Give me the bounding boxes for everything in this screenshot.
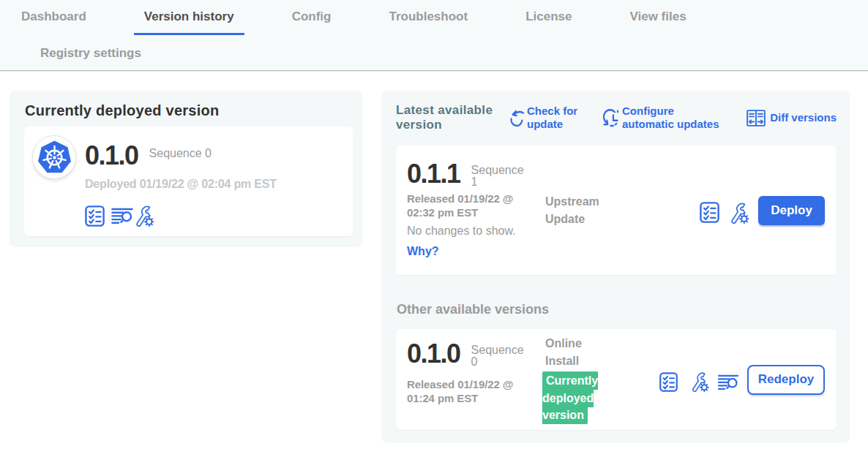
latest-sequence-label: Sequence 1	[471, 165, 530, 188]
other-sequence-label: Sequence 0	[471, 344, 530, 368]
version-actions-icons	[85, 205, 277, 227]
preflight-checks-icon[interactable]	[700, 201, 719, 224]
check-for-update-label: Check for update	[527, 105, 582, 131]
source-column: Online Install Currently deployed versio…	[545, 335, 633, 424]
app-logo	[32, 135, 76, 179]
source-column: Upstream Update	[545, 193, 633, 228]
version-info-column: 0.1.0 Sequence 0 Released 01/19/22 @ 01:…	[407, 329, 545, 430]
other-version-card: 0.1.0 Sequence 0 Released 01/19/22 @ 01:…	[396, 329, 837, 430]
no-changes-text: No changes to show.	[407, 224, 545, 238]
current-version-info: 0.1.0 Sequence 0 Deployed 01/19/22 @ 02:…	[85, 135, 277, 227]
check-update-icon	[509, 107, 525, 129]
currently-deployed-card: 0.1.0 Sequence 0 Deployed 01/19/22 @ 02:…	[24, 127, 353, 236]
other-version-number: 0.1.0	[407, 341, 460, 366]
app-navbar: Dashboard Version history Config Trouble…	[0, 0, 868, 71]
deploy-button[interactable]: Deploy	[758, 196, 825, 225]
tab-config[interactable]: Config	[282, 0, 342, 35]
deployed-timestamp: Deployed 01/19/22 @ 02:04 pm EST	[85, 178, 277, 191]
configure-updates-link[interactable]: Configure automatic updates	[603, 105, 726, 131]
currently-deployed-badge: Currently deployed version	[542, 371, 598, 424]
latest-version-card: 0.1.1 Sequence 1 Released 01/19/22 @ 02:…	[396, 146, 837, 275]
nav-tabs: Dashboard Version history Config Trouble…	[0, 0, 868, 70]
tab-dashboard[interactable]: Dashboard	[11, 0, 97, 35]
currently-deployed-title: Currently deployed version	[25, 102, 353, 119]
redeploy-button[interactable]: Redeploy	[747, 365, 825, 395]
configure-updates-label: Configure automatic updates	[622, 105, 726, 131]
version-row: 0.1.0 Sequence 0	[85, 143, 277, 167]
deploy-logs-icon[interactable]	[111, 208, 133, 224]
latest-source-label: Upstream Update	[545, 193, 611, 228]
available-versions-panel: Latest available version Check for updat…	[381, 91, 850, 443]
tab-view-files[interactable]: View files	[619, 0, 696, 35]
kubernetes-logo-icon	[37, 140, 72, 176]
other-versions-title: Other available versions	[397, 302, 837, 317]
diff-versions-label: Diff versions	[770, 111, 837, 124]
version-history-page: Currently deployed version 0.1.0 Sequenc…	[0, 71, 868, 443]
tab-troubleshoot[interactable]: Troubleshoot	[378, 0, 478, 35]
actions-column: Deploy	[700, 196, 825, 225]
other-released-timestamp: Released 01/19/22 @ 01:24 pm EST	[407, 377, 535, 405]
badge-wrap: Currently deployed version	[542, 372, 607, 424]
latest-available-title: Latest available version	[396, 103, 503, 132]
diff-versions-icon	[747, 110, 766, 127]
deploy-logs-icon[interactable]	[717, 374, 739, 390]
preflight-checks-icon[interactable]	[659, 372, 678, 392]
edit-config-icon[interactable]	[690, 371, 709, 392]
edit-config-icon[interactable]	[730, 202, 749, 224]
version-row: 0.1.0 Sequence 0	[407, 341, 545, 368]
configure-updates-icon	[603, 107, 620, 129]
tab-license[interactable]: License	[515, 0, 582, 35]
current-sequence-label: Sequence 0	[149, 148, 212, 159]
actions-column: Redeploy	[659, 365, 825, 395]
tab-registry-settings[interactable]: Registry settings	[30, 35, 151, 70]
other-source-label: Online Install	[545, 335, 611, 370]
tab-version-history[interactable]: Version history	[134, 0, 244, 35]
version-info-column: 0.1.1 Sequence 1 Released 01/19/22 @ 02:…	[407, 146, 545, 275]
latest-released-timestamp: Released 01/19/22 @ 02:32 pm EST	[407, 192, 535, 219]
latest-available-header: Latest available version Check for updat…	[396, 103, 837, 132]
check-for-update-link[interactable]: Check for update	[509, 105, 582, 131]
currently-deployed-panel: Currently deployed version 0.1.0 Sequenc…	[10, 91, 362, 247]
edit-config-icon[interactable]	[135, 205, 154, 227]
diff-versions-link[interactable]: Diff versions	[747, 110, 837, 127]
latest-version-number: 0.1.1	[407, 162, 460, 186]
preflight-checks-icon[interactable]	[85, 205, 105, 227]
current-version-number: 0.1.0	[85, 143, 138, 167]
version-row: 0.1.1 Sequence 1	[407, 162, 545, 188]
why-link[interactable]: Why?	[407, 244, 439, 259]
